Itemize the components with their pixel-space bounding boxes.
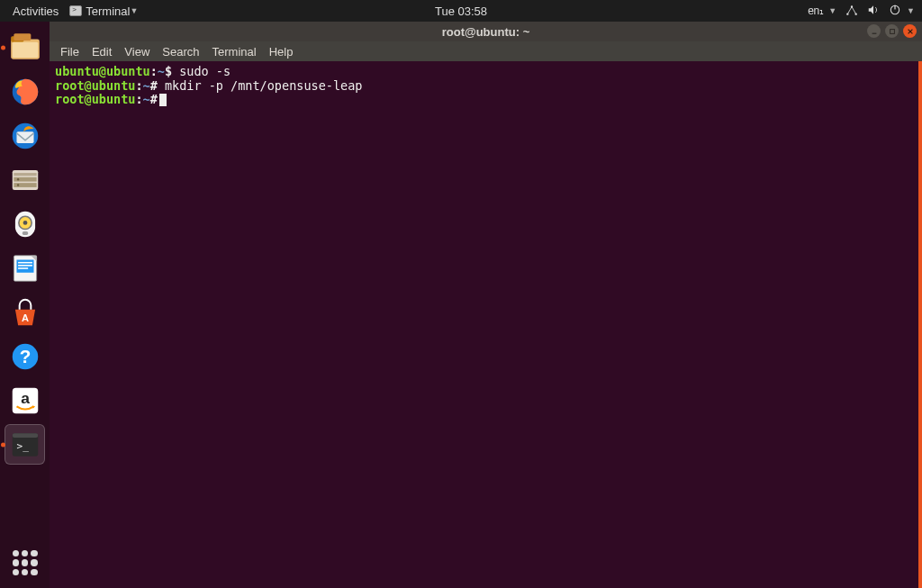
svg-rect-10 [14, 33, 31, 41]
keyboard-layout-indicator[interactable]: en₁ [808, 5, 823, 17]
power-icon[interactable] [889, 4, 901, 19]
running-indicator-icon [1, 442, 5, 447]
terminal-menubar: File Edit View Search Terminal Help [50, 41, 922, 61]
window-titlebar[interactable]: root@ubuntu: ~ [50, 22, 922, 41]
rhythmbox-icon [8, 207, 42, 241]
terminal-icon: >_ [8, 428, 42, 462]
libreoffice-writer-icon [8, 251, 42, 285]
dock-item-libreoffice-writer[interactable] [5, 248, 45, 288]
running-indicator-icon [1, 45, 5, 50]
window-title: root@ubuntu: ~ [442, 25, 530, 39]
dock-item-nautilus[interactable] [5, 159, 45, 200]
menu-search[interactable]: Search [157, 43, 204, 60]
dock-item-amazon[interactable]: a [5, 380, 45, 421]
app-menu-label: Terminal [86, 5, 130, 18]
menu-edit[interactable]: Edit [86, 43, 117, 60]
clock[interactable]: Tue 03:58 [435, 5, 487, 18]
terminal-line: ubuntu@ubuntu:~$ sudo -s [55, 65, 913, 79]
menu-help[interactable]: Help [264, 43, 299, 60]
svg-rect-27 [18, 265, 32, 267]
svg-rect-23 [22, 231, 27, 234]
dock-item-files[interactable] [5, 27, 45, 68]
terminal-icon [69, 5, 82, 16]
svg-rect-35 [12, 433, 38, 438]
menu-file[interactable]: File [55, 43, 85, 60]
files-icon [8, 31, 42, 65]
show-applications-button[interactable] [13, 550, 38, 575]
file-manager-icon [8, 163, 42, 197]
dock-item-rhythmbox[interactable] [5, 204, 45, 244]
terminal-viewport[interactable]: ubuntu@ubuntu:~$ sudo -s root@ubuntu:~# … [50, 61, 922, 588]
volume-icon[interactable] [867, 4, 880, 19]
amazon-icon: a [8, 384, 42, 418]
dock-item-terminal[interactable]: >_ [5, 424, 45, 465]
chevron-down-icon: ▼ [828, 6, 836, 15]
svg-rect-26 [18, 261, 32, 263]
svg-rect-13 [16, 131, 33, 143]
close-button[interactable] [903, 24, 917, 38]
menu-terminal[interactable]: Terminal [207, 43, 262, 60]
terminal-line: root@ubuntu:~# [55, 93, 913, 107]
svg-rect-15 [14, 173, 36, 176]
terminal-cursor [159, 94, 167, 106]
menu-view[interactable]: View [119, 43, 155, 60]
svg-rect-28 [18, 267, 28, 269]
gnome-top-bar: Activities Terminal ▼ Tue 03:58 en₁ ▼ ▼ [0, 0, 922, 22]
activities-button[interactable]: Activities [7, 5, 64, 18]
chevron-down-icon: ▼ [130, 6, 138, 15]
network-icon[interactable] [845, 4, 858, 19]
firefox-icon [8, 75, 42, 109]
window-controls [867, 24, 917, 38]
svg-rect-4 [894, 5, 895, 9]
dock-item-firefox[interactable] [5, 71, 45, 112]
svg-rect-9 [12, 41, 38, 57]
svg-text:?: ? [19, 346, 31, 366]
svg-point-19 [16, 184, 18, 185]
svg-point-22 [23, 221, 27, 225]
svg-rect-5 [872, 32, 876, 33]
ubuntu-dock: A ? a >_ [0, 22, 50, 588]
svg-point-18 [16, 178, 18, 180]
svg-text:A: A [21, 312, 28, 322]
minimize-button[interactable] [867, 24, 881, 38]
help-icon: ? [8, 339, 42, 374]
chevron-down-icon: ▼ [907, 6, 915, 15]
svg-text:a: a [21, 389, 30, 407]
svg-rect-6 [890, 29, 894, 33]
thunderbird-icon [8, 119, 42, 153]
dock-item-ubuntu-software[interactable]: A [5, 292, 45, 332]
system-tray: en₁ ▼ ▼ [808, 4, 915, 19]
svg-text:>_: >_ [16, 439, 29, 451]
maximize-button[interactable] [885, 24, 899, 38]
dock-item-thunderbird[interactable] [5, 115, 45, 156]
app-menu[interactable]: Terminal ▼ [64, 5, 143, 18]
ubuntu-software-icon: A [8, 295, 42, 330]
terminal-line: root@ubuntu:~# mkdir -p /mnt/opensuse-le… [55, 79, 913, 94]
dock-item-help[interactable]: ? [5, 336, 45, 376]
